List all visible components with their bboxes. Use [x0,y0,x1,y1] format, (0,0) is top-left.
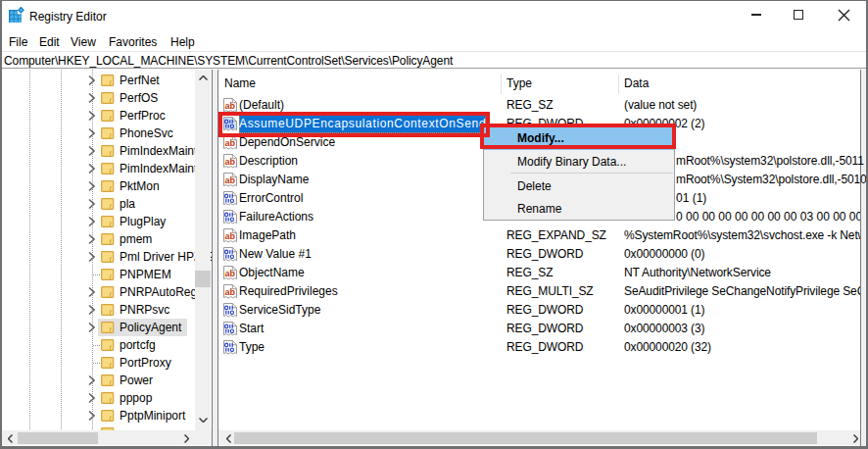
svg-text:ab: ab [224,231,235,241]
svg-text:ab: ab [224,157,235,167]
svg-text:ab: ab [224,100,235,110]
svg-text:ab: ab [224,269,235,278]
svg-text:ab: ab [224,287,235,297]
svg-text:ab: ab [224,175,235,185]
svg-text:ab: ab [224,138,235,148]
